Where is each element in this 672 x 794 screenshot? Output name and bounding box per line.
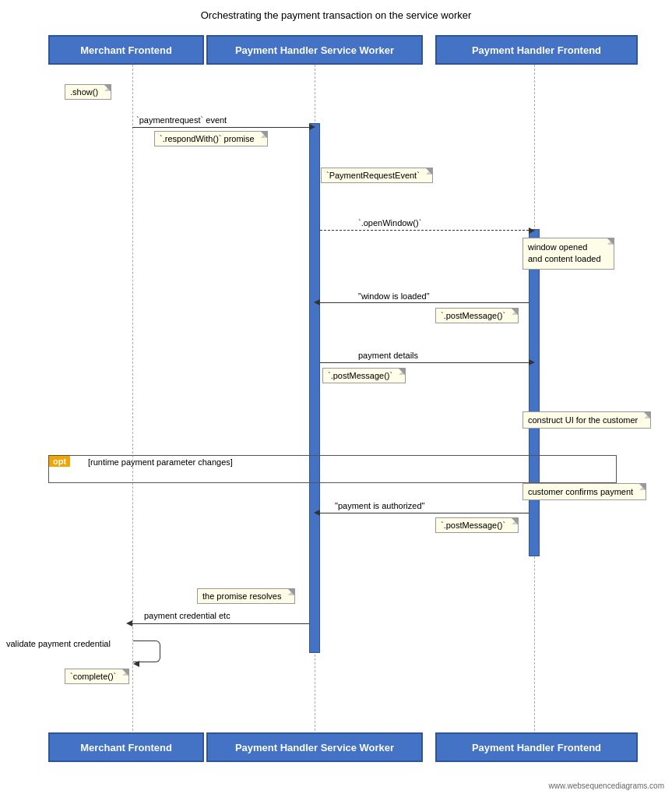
show-note: .show() [65, 84, 111, 100]
postmessage-note-2: `.postMessage()` [322, 368, 406, 383]
label-window-loaded: "window is loaded" [358, 291, 430, 301]
customer-confirms-note: customer confirms payment [522, 483, 646, 500]
footer: www.websequencediagrams.com [549, 782, 664, 790]
label-openwindow: `.openWindow()` [358, 218, 421, 228]
complete-note: `complete()` [65, 669, 129, 684]
opt-label: opt [49, 456, 70, 467]
validate-label: validate payment credential [6, 639, 111, 648]
construct-ui-note: construct UI for the customer [522, 411, 651, 429]
actor-merchant-bottom: Merchant Frontend [48, 732, 204, 762]
self-loop-merchant [133, 640, 160, 662]
actor-merchant-top: Merchant Frontend [48, 35, 204, 65]
actor-phf-top: Payment Handler Frontend [435, 35, 638, 65]
paymentrequestevent-note: `PaymentRequestEvent` [321, 168, 433, 183]
arrow-openwindow [320, 230, 529, 231]
label-payment-details: payment details [358, 351, 418, 360]
arrow-window-loaded [320, 302, 529, 303]
arrow-paymentrequest [132, 127, 309, 128]
activation-phf [529, 229, 540, 556]
opt-box: opt [runtime payment parameter changes] [48, 455, 617, 483]
arrow-payment-authorized [320, 513, 529, 513]
label-payment-credential: payment credential etc [144, 611, 230, 620]
arrow-payment-credential [132, 623, 309, 624]
postmessage-note-1: `.postMessage()` [435, 308, 519, 323]
activation-sw [309, 123, 320, 653]
postmessage-note-3: `.postMessage()` [435, 517, 519, 533]
respondwith-note: `.respondWith()` promise [154, 131, 268, 146]
promise-resolves-note: the promise resolves [197, 588, 295, 604]
self-loop-arrowhead [133, 661, 139, 667]
opt-condition: [runtime payment parameter changes] [88, 457, 233, 467]
arrow-payment-details [320, 362, 529, 363]
diagram-title: Orchestrating the payment transaction on… [0, 0, 672, 27]
label-paymentrequest: `paymentrequest` event [136, 115, 227, 125]
actor-phf-bottom: Payment Handler Frontend [435, 732, 638, 762]
actor-sw-bottom: Payment Handler Service Worker [206, 732, 423, 762]
window-opened-note: window openedand content loaded [522, 238, 614, 270]
label-payment-authorized: "payment is authorized" [335, 501, 424, 510]
actor-sw-top: Payment Handler Service Worker [206, 35, 423, 65]
